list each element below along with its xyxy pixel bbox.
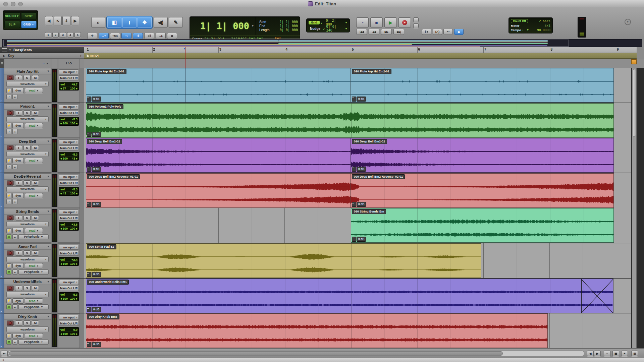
- audio-clip[interactable]: 080 Poison1-Poly-Poly0 dB: [86, 103, 614, 138]
- vertical-scrollbar[interactable]: [632, 68, 637, 348]
- selector-tool[interactable]: I: [122, 17, 137, 28]
- scroll-left-button[interactable]: ◀: [587, 351, 594, 356]
- solo-button[interactable]: S: [23, 320, 31, 326]
- track-lane[interactable]: 090 Deep Bell Em2-020 dB090 Deep Bell Em…: [84, 138, 631, 173]
- elastic-audio-icon[interactable]: ⚡: [6, 263, 11, 268]
- mute-button[interactable]: M: [32, 180, 39, 186]
- audio-clip[interactable]: 090 String Bends Em0 dB: [351, 208, 614, 243]
- solo-button[interactable]: S: [23, 110, 31, 116]
- record-enable-button[interactable]: [7, 320, 14, 326]
- track-lane[interactable]: 090 String Bends Em0 dB: [84, 208, 631, 243]
- tempo-dropdown-icon[interactable]: ▼: [526, 28, 529, 32]
- io-column-header[interactable]: I / O: [58, 59, 80, 68]
- add-key-icon[interactable]: +: [80, 54, 82, 58]
- track-name-row[interactable]: Deep Bell ▼: [4, 138, 51, 144]
- ruler-list-icon[interactable]: [2, 48, 7, 52]
- meter-value[interactable]: 4/4: [545, 24, 550, 27]
- mute-button[interactable]: M: [32, 110, 39, 116]
- elastic-audio-icon[interactable]: ⚡: [6, 334, 11, 339]
- track-view-selector[interactable]: waveform▼: [6, 151, 49, 157]
- meter-row[interactable]: Meter 4/4: [511, 23, 550, 28]
- clip-gain-badge[interactable]: 0 dB: [352, 202, 366, 207]
- track-controls-header[interactable]: ◔ ▼: [4, 59, 51, 68]
- elastic-audio-icon[interactable]: ⚡: [6, 123, 11, 128]
- transport-mini-bottom[interactable]: [413, 23, 419, 28]
- play-edit-selection[interactable]: →▸: [156, 33, 166, 39]
- output-selector[interactable]: Main Out L/R⌖: [59, 321, 79, 326]
- input-monitor-button[interactable]: I: [15, 250, 22, 256]
- clip-name[interactable]: 090 Flute Arp Hit Em2-01: [352, 69, 391, 74]
- automation-mode-button[interactable]: read▼: [25, 123, 43, 128]
- tab-to-transient[interactable]: ✛: [87, 33, 97, 39]
- fast-forward-button[interactable]: ▶▶: [381, 29, 392, 35]
- track-collapse-arrow[interactable]: ▸: [1, 205, 2, 207]
- output-selector[interactable]: Main Out L/R⌖: [59, 216, 79, 221]
- toolbar-menu-icon[interactable]: ▼: [625, 19, 631, 25]
- horizontal-scroll-thumb[interactable]: [9, 351, 503, 356]
- track-view-selector[interactable]: waveform▼: [6, 186, 49, 192]
- solo-button[interactable]: S: [23, 145, 31, 150]
- key-lane[interactable]: E minor: [84, 53, 637, 59]
- clip-name[interactable]: 090 Flute Arp Hit Em2-01: [87, 69, 126, 74]
- track-name[interactable]: UnderworldBels: [13, 280, 42, 284]
- input-monitor-button[interactable]: I: [15, 320, 22, 326]
- dyn-button[interactable]: dyn: [12, 123, 24, 128]
- tempo-row[interactable]: Tempo ♩ ▼ 90.0000: [511, 28, 550, 32]
- rewind-button[interactable]: ◀◀: [369, 29, 379, 35]
- dyn-button[interactable]: dyn: [12, 333, 24, 339]
- track-name-row[interactable]: String Bends ▼: [4, 208, 51, 215]
- automation-mode-button[interactable]: read▼: [25, 263, 43, 268]
- zoom-preset-3[interactable]: 3: [60, 32, 66, 38]
- audio-clip[interactable]: 090 Deep Bell Em2-020 dB: [351, 138, 614, 173]
- track-name[interactable]: String Bends: [16, 209, 39, 214]
- track-color-strip[interactable]: ▸: [0, 279, 4, 313]
- clip-name[interactable]: 090 Deep Bell Em2-02: [352, 139, 387, 144]
- track-menu-chevron[interactable]: ▼: [47, 245, 50, 248]
- zoom-in-button[interactable]: +: [621, 351, 628, 356]
- track-list-icon[interactable]: ▥: [0, 59, 4, 68]
- volume-pan-display[interactable]: vol+2.4 ◂ 100100 ▸: [59, 257, 79, 266]
- freeze-icon[interactable]: ▴: [12, 234, 17, 239]
- grid-mode-pill[interactable]: Grid: [309, 21, 320, 24]
- automation-mode-button[interactable]: read▼: [25, 88, 43, 93]
- horizontal-scrollbar[interactable]: [8, 351, 584, 356]
- solo-button[interactable]: S: [23, 286, 31, 291]
- clip-gain-badge[interactable]: 0 dB: [352, 167, 366, 172]
- record-enable-button[interactable]: [7, 215, 14, 221]
- mute-button[interactable]: M: [32, 250, 39, 256]
- clip-gain-badge[interactable]: 0 dB: [352, 237, 366, 242]
- input-monitor-button[interactable]: I: [15, 286, 22, 291]
- clip-gain-badge[interactable]: 0 dB: [87, 132, 101, 137]
- automation-mode-button[interactable]: read▼: [25, 158, 43, 163]
- audio-clip[interactable]: 090 Deep Bell Em2-Reverse_01-010 dB: [86, 173, 351, 208]
- edit-mode-slip[interactable]: SLIP: [4, 21, 20, 28]
- elastic-audio-icon[interactable]: ⚡: [6, 193, 11, 198]
- elastic-audio-icon[interactable]: ⚡: [6, 88, 11, 93]
- ruler-dropdown-icon[interactable]: ▼: [9, 49, 11, 52]
- conductor-button[interactable]: ◈: [454, 29, 464, 35]
- input-monitor-button[interactable]: I: [15, 110, 22, 116]
- zoom-preset-5[interactable]: 5: [74, 32, 81, 38]
- record-enable-button[interactable]: [7, 145, 14, 150]
- track-name-row[interactable]: Flute Arp Hit ▼: [4, 68, 51, 74]
- volume-pan-display[interactable]: vol-5.3 ◂ 100100 ▸: [59, 117, 79, 126]
- zoom-preset-2[interactable]: 2: [52, 32, 59, 38]
- count-off-value[interactable]: 2 bars: [539, 19, 550, 23]
- universe-viewport-frame[interactable]: [3, 40, 569, 47]
- mute-button[interactable]: M: [32, 75, 39, 80]
- track-menu-chevron[interactable]: ▼: [47, 280, 50, 283]
- clip-name[interactable]: 090 Dirty Knob Em3: [87, 314, 119, 319]
- mute-button[interactable]: M: [32, 215, 39, 221]
- mute-button[interactable]: M: [32, 320, 39, 326]
- clip-name[interactable]: 090 Underworld Bells Em1: [87, 280, 129, 285]
- bars-beats-ruler-header[interactable]: ▼ Bars|Beats: [0, 47, 84, 53]
- input-selector[interactable]: no input▼: [59, 175, 79, 180]
- elastic-plugin-selector[interactable]: Polyphonic▼: [18, 269, 49, 275]
- scroll-right-button[interactable]: ▶: [594, 351, 601, 356]
- timebase-clock-icon[interactable]: ◔: [43, 62, 45, 65]
- input-selector[interactable]: no input▼: [59, 315, 79, 320]
- link-timeline-edit[interactable]: ⇥▭: [110, 33, 120, 39]
- volume-pan-display[interactable]: vol0.0 ◂ 100100 ▸: [59, 327, 79, 336]
- input-monitor-button[interactable]: I: [15, 75, 22, 80]
- tempo-curve-button[interactable]: 〜: [443, 29, 453, 35]
